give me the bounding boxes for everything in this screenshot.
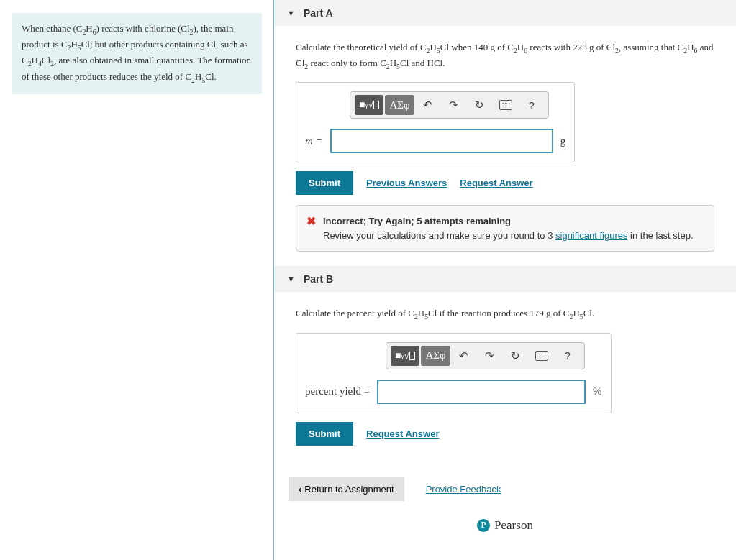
part-b-title: Part B xyxy=(304,273,333,285)
keyboard-button[interactable]: ∷∷ xyxy=(530,346,554,366)
part-b-answer-box: ■γ√ ΑΣφ ↶ ↷ ↻ ∷∷ ? percent yield = % xyxy=(296,333,612,413)
part-a-header[interactable]: ▼ Part A xyxy=(274,0,736,26)
equation-toolbar-b: ■γ√ ΑΣφ ↶ ↷ ↻ ∷∷ ? xyxy=(386,342,585,369)
part-a-title: Part A xyxy=(304,7,333,19)
part-b-var-label: percent yield = xyxy=(305,385,370,398)
part-b-request-answer-link[interactable]: Request Answer xyxy=(366,428,439,439)
pearson-logo-icon: P xyxy=(477,519,490,532)
part-a-var-label: m = xyxy=(305,135,323,147)
keyboard-icon: ∷∷ xyxy=(535,351,548,361)
feedback-body: Review your calculations and make sure y… xyxy=(323,229,694,243)
part-a-request-answer-link[interactable]: Request Answer xyxy=(460,178,532,188)
part-b-body: Calculate the percent yield of C2H5Cl if… xyxy=(274,292,736,469)
previous-answers-link[interactable]: Previous Answers xyxy=(366,178,447,188)
return-to-assignment-button[interactable]: ‹ Return to Assignment xyxy=(289,477,404,501)
part-b-answer-input[interactable] xyxy=(377,380,586,404)
pearson-branding: P Pearson xyxy=(274,518,736,533)
greek-button[interactable]: ΑΣφ xyxy=(385,95,414,115)
part-a-unit: g xyxy=(560,135,566,147)
undo-button[interactable]: ↶ xyxy=(416,95,440,115)
feedback-box: ✖ Incorrect; Try Again; 5 attempts remai… xyxy=(296,205,714,252)
part-b-header[interactable]: ▼ Part B xyxy=(274,266,736,292)
part-b-prompt: Calculate the percent yield of C2H5Cl if… xyxy=(296,306,714,322)
equation-toolbar-a: ■γ√ ΑΣφ ↶ ↷ ↻ ∷∷ ? xyxy=(350,91,549,119)
keyboard-button[interactable]: ∷∷ xyxy=(494,95,518,115)
pearson-text: Pearson xyxy=(494,518,533,533)
intro-box: When ethane (C2H6) reacts with chlorine … xyxy=(12,13,262,94)
intro-text: When ethane (C2H6) reacts with chlorine … xyxy=(22,23,251,82)
incorrect-icon: ✖ xyxy=(306,214,316,228)
part-a-answer-box: ■γ√ ΑΣφ ↶ ↷ ↻ ∷∷ ? m = g xyxy=(296,82,575,162)
return-label: Return to Assignment xyxy=(304,484,394,495)
significant-figures-link[interactable]: significant figures xyxy=(555,230,627,241)
templates-button[interactable]: ■γ√ xyxy=(355,95,383,115)
part-b-unit: % xyxy=(593,385,602,398)
provide-feedback-link[interactable]: Provide Feedback xyxy=(426,484,501,495)
reset-button[interactable]: ↻ xyxy=(468,95,492,115)
reset-button[interactable]: ↻ xyxy=(504,346,528,366)
help-button[interactable]: ? xyxy=(519,95,544,115)
collapse-icon: ▼ xyxy=(287,9,295,17)
part-a-prompt: Calculate the theoretical yield of C2H5C… xyxy=(296,40,714,72)
collapse-icon: ▼ xyxy=(287,275,295,283)
part-a-body: Calculate the theoretical yield of C2H5C… xyxy=(274,26,736,266)
keyboard-icon: ∷∷ xyxy=(499,100,512,110)
chevron-left-icon: ‹ xyxy=(299,484,301,495)
part-a-answer-input[interactable] xyxy=(330,129,553,153)
part-a-submit-button[interactable]: Submit xyxy=(296,171,353,195)
part-b-submit-button[interactable]: Submit xyxy=(296,422,353,446)
undo-button[interactable]: ↶ xyxy=(452,346,476,366)
templates-button[interactable]: ■γ√ xyxy=(391,346,419,366)
help-button[interactable]: ? xyxy=(555,346,580,366)
feedback-title: Incorrect; Try Again; 5 attempts remaini… xyxy=(323,214,694,229)
redo-button[interactable]: ↷ xyxy=(478,346,502,366)
greek-button[interactable]: ΑΣφ xyxy=(421,346,450,366)
redo-button[interactable]: ↷ xyxy=(442,95,466,115)
